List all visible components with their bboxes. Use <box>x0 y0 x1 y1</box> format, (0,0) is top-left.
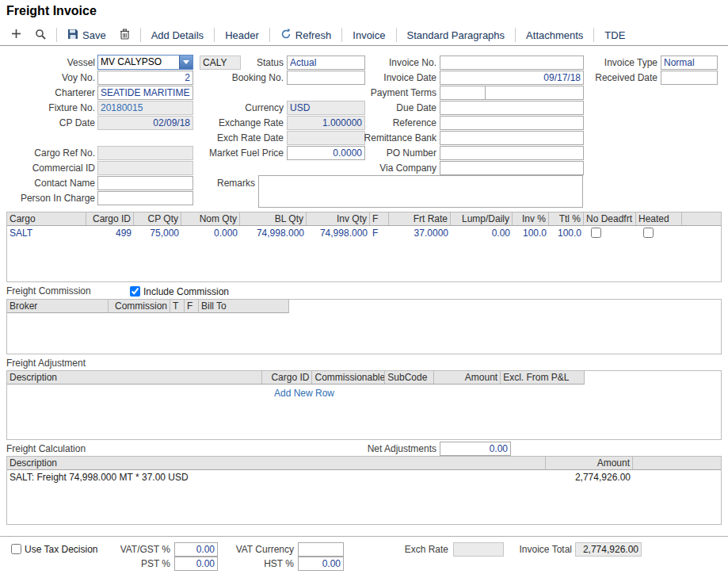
standard-paragraphs-button[interactable]: Standard Paragraphs <box>404 28 509 43</box>
no-deadfrt-checkbox[interactable] <box>591 228 601 238</box>
freight-calculation-table: Description Amount SALT: Freight 74,998.… <box>6 456 722 525</box>
column-header-f: F <box>185 300 199 312</box>
cargo-id-cell: 499 <box>86 226 134 240</box>
hst-label: HST % <box>222 557 294 571</box>
column-header-t: T <box>170 300 185 312</box>
via-company-field[interactable] <box>440 161 584 175</box>
tde-button[interactable]: TDE <box>601 28 628 43</box>
trash-icon <box>120 29 130 42</box>
payment-terms-label: Payment Terms <box>347 86 436 100</box>
remittance-bank-label: Remittance Bank <box>347 131 436 145</box>
cargo-table-row[interactable]: SALT 499 75,000 0.000 74,998.000 74,998.… <box>7 226 721 240</box>
toolbar-separator <box>269 28 270 42</box>
payment-terms-description-field[interactable] <box>485 86 584 100</box>
delete-button[interactable] <box>116 27 133 44</box>
header-filler <box>682 212 721 225</box>
due-date-field[interactable] <box>440 101 584 115</box>
row-filler <box>633 470 721 484</box>
fixture-no-link[interactable]: 20180015 <box>97 101 193 115</box>
invoice-total-label: Invoice Total <box>499 542 572 557</box>
market-fuel-price-label: Market Fuel Price <box>195 146 284 160</box>
pst-field[interactable]: 0.00 <box>174 557 218 571</box>
cp-date-field: 02/09/18 <box>97 116 193 130</box>
exchange-rate-label: Exchange Rate <box>195 116 284 130</box>
column-header-description: Description <box>7 457 546 469</box>
chevron-down-icon[interactable] <box>179 55 192 69</box>
column-header-excl-from-pl: Excl. From P&L <box>501 371 584 384</box>
column-header-heated: Heated <box>636 212 682 225</box>
column-header-cargo: Cargo <box>7 212 86 225</box>
received-date-field[interactable] <box>661 71 718 85</box>
vessel-select[interactable]: MV CALYPSO <box>97 55 193 70</box>
refresh-button-label: Refresh <box>295 29 332 41</box>
toolbar-separator <box>515 28 516 42</box>
invoice-no-label: Invoice No. <box>347 55 436 70</box>
include-commission-checkbox[interactable] <box>130 286 140 297</box>
use-tax-decision-checkbox[interactable] <box>11 544 21 554</box>
reference-field[interactable] <box>440 116 584 130</box>
fixture-no-label: Fixture No. <box>6 101 95 115</box>
lump-daily-cell: 0.00 <box>451 226 513 240</box>
header-button[interactable]: Header <box>222 28 262 43</box>
refresh-icon <box>280 29 292 42</box>
charterer-label: Charterer <box>6 86 95 100</box>
voy-no-field[interactable]: 2 <box>97 71 193 85</box>
person-in-charge-field[interactable] <box>97 191 193 205</box>
save-button[interactable]: Save <box>64 27 109 44</box>
toolbar-separator <box>396 28 397 42</box>
add-new-row-link[interactable]: Add New Row <box>274 388 721 399</box>
attachments-button[interactable]: Attachments <box>523 28 586 43</box>
remarks-textarea[interactable] <box>258 175 583 208</box>
cargo-ref-no-label: Cargo Ref No. <box>6 146 95 160</box>
charterer-field[interactable]: SEATIDE MARITIME <box>97 86 193 100</box>
column-header-inv-qty: Inv Qty <box>307 212 370 225</box>
column-header-no-deadfrt: No Deadfrt <box>584 212 636 225</box>
nom-qty-cell: 0.000 <box>181 226 240 240</box>
invoice-no-field[interactable] <box>440 55 584 70</box>
invoice-total-field: 2,774,926.00 <box>575 542 642 557</box>
column-header-inv-pct: Inv % <box>513 212 549 225</box>
reference-label: Reference <box>347 116 436 130</box>
add-button[interactable] <box>8 27 25 43</box>
column-header-commission: Commission <box>109 300 170 312</box>
calculation-amount-cell: 2,774,926.00 <box>546 470 633 484</box>
bl-qty-cell: 74,998.000 <box>240 226 307 240</box>
heated-checkbox[interactable] <box>643 228 654 238</box>
invoice-date-label: Invoice Date <box>347 71 436 85</box>
column-header-bl-qty: BL Qty <box>240 212 307 225</box>
column-header-amount: Amount <box>546 457 633 469</box>
frt-rate-cell: 37.0000 <box>389 226 451 240</box>
po-number-label: PO Number <box>347 146 436 160</box>
f-cell: F <box>370 226 389 240</box>
column-header-ttl-pct: Ttl % <box>549 212 584 225</box>
search-button[interactable] <box>32 27 49 44</box>
invoice-type-field[interactable]: Normal <box>661 55 718 70</box>
hst-field[interactable]: 0.00 <box>298 557 344 571</box>
freight-calculation-row[interactable]: SALT: Freight 74,998.000 MT * 37.00 USD … <box>7 470 721 484</box>
voy-no-label: Voy No. <box>6 71 95 85</box>
invoice-button[interactable]: Invoice <box>349 28 388 43</box>
refresh-button[interactable]: Refresh <box>277 27 335 44</box>
add-details-button[interactable]: Add Details <box>148 28 207 43</box>
freight-commission-table: Broker Commission T F Bill To <box>6 299 722 354</box>
invoice-type-label: Invoice Type <box>583 55 657 70</box>
include-commission-label: Include Commission <box>143 286 229 297</box>
po-number-field[interactable] <box>440 146 584 160</box>
toolbar-separator <box>214 28 215 42</box>
payment-terms-code-field[interactable] <box>440 86 486 100</box>
column-header-cargo-id: Cargo ID <box>262 371 313 384</box>
vat-currency-field[interactable] <box>298 542 344 557</box>
exch-rate-field <box>453 542 504 557</box>
vat-gst-field[interactable]: 0.00 <box>174 542 218 557</box>
freight-adjustment-header: Description Cargo ID Commissionable SubC… <box>7 371 585 385</box>
search-icon <box>35 29 46 42</box>
contact-name-field[interactable] <box>97 176 193 190</box>
no-deadfrt-cell <box>584 226 636 240</box>
remittance-bank-field[interactable] <box>440 131 584 145</box>
invoice-date-field[interactable]: 09/17/18 <box>440 71 584 85</box>
column-header-nom-qty: Nom Qty <box>181 212 240 225</box>
save-button-label: Save <box>82 29 106 41</box>
net-adjustments-field[interactable]: 0.00 <box>440 442 511 456</box>
freight-adjustment-table: Description Cargo ID Commissionable SubC… <box>6 370 722 440</box>
received-date-label: Received Date <box>583 71 657 85</box>
